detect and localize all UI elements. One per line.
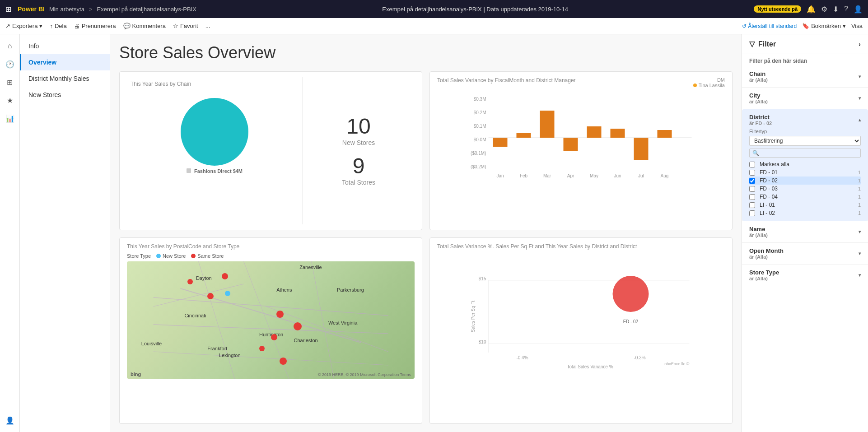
nav-item-overview[interactable]: Overview: [20, 54, 110, 70]
report-name[interactable]: Exempel på detaljhandelsanalys-PBIX: [97, 6, 196, 13]
li02-checkbox[interactable]: [749, 210, 755, 216]
bar-chart-svg: $0.3M $0.2M $0.1M $0.0M ($0.1M) ($0.2M) …: [437, 93, 725, 183]
kpi-total-stores: 9 Total Stores: [342, 155, 375, 186]
store-dot-7[interactable]: [271, 334, 277, 340]
city-dayton: Dayton: [196, 275, 212, 281]
favorites-icon[interactable]: ★: [2, 92, 18, 108]
filter-group-name: Name är (Alla) ▾: [742, 221, 868, 243]
select-all-row: Markera alla: [749, 160, 861, 168]
comment-button[interactable]: 💬 Kommentera: [123, 23, 166, 29]
kpi-new-stores-number: 10: [342, 116, 375, 137]
store-dot-2[interactable]: [187, 279, 193, 284]
store-dot-5[interactable]: [276, 311, 284, 318]
recent-icon[interactable]: 🕐: [2, 56, 18, 72]
store-dot-4[interactable]: [207, 293, 214, 299]
fd03-count: 1: [858, 186, 861, 191]
search-icon: 🔍: [752, 150, 759, 156]
filter-group-name-header[interactable]: Name är (Alla) ▾: [749, 225, 861, 239]
favorite-button[interactable]: ☆ Favorit: [173, 23, 198, 29]
bookmarks-button[interactable]: 🔖 Bokmärken ▾: [802, 23, 846, 29]
help-icon[interactable]: ?: [844, 5, 848, 13]
district-search-input[interactable]: [759, 150, 858, 156]
city-chevron-icon: ▾: [859, 96, 861, 101]
city-parkersburg: Parkersburg: [337, 287, 364, 293]
export-button[interactable]: ↗ Exportera ▾: [5, 23, 42, 29]
scatter-y-label: Sales Per Sq Ft: [471, 300, 476, 332]
city-frankfort: Frankfort: [207, 346, 227, 351]
city-athens: Athens: [276, 287, 292, 293]
apps-icon[interactable]: ⊞: [2, 74, 18, 90]
filter-group-open-month-header[interactable]: Open Month är (Alla) ▾: [749, 246, 861, 260]
share-icon: ↑: [50, 23, 53, 29]
map-background[interactable]: Zanesville Dayton Athens Parkersburg Cin…: [127, 261, 415, 379]
li01-checkbox[interactable]: [749, 202, 755, 208]
city-cincinnati: Cincinnati: [184, 313, 206, 318]
export-chevron: ▾: [39, 23, 42, 29]
filter-panel-subtitle: Filter på den här sidan: [742, 54, 868, 66]
scatter-card: Total Sales Variance %. Sales Per Sq Ft …: [429, 237, 733, 424]
account-icon[interactable]: 👤: [854, 5, 863, 14]
download-icon[interactable]: ⬇: [833, 5, 839, 14]
scatter-dot-fd02: [613, 276, 649, 312]
svg-text:$0.2M: $0.2M: [474, 110, 486, 115]
city-charleston: Charleston: [294, 338, 317, 343]
filter-group-chain-header[interactable]: Chain är (Alla) ▾: [749, 70, 861, 84]
filter-group-city-header[interactable]: City är (Alla) ▾: [749, 91, 861, 105]
workspace-link[interactable]: Min arbetsyta: [49, 6, 84, 13]
chain-chevron-icon: ▾: [859, 74, 861, 79]
filter-close-icon[interactable]: ›: [859, 41, 861, 48]
main-layout: ⌂ 🕐 ⊞ ★ 📊 👤 Info Overview District Month…: [0, 34, 868, 432]
store-dot-3[interactable]: [225, 291, 230, 296]
more-button[interactable]: ...: [205, 23, 210, 29]
store-dot-1[interactable]: [222, 273, 228, 279]
svg-text:$0.3M: $0.3M: [474, 97, 486, 102]
svg-text:May: May: [590, 173, 598, 178]
filter-open-month-sub: är (Alla): [749, 254, 784, 260]
page-title: Store Sales Overview: [119, 43, 733, 62]
filter-group-district-header[interactable]: District är FD - 02 ▴: [749, 113, 861, 127]
district-item-li02: LI - 02 1: [749, 209, 861, 217]
store-dot-8[interactable]: [280, 358, 287, 365]
li02-count: 1: [858, 210, 861, 216]
district-chevron-icon: ▴: [859, 117, 861, 122]
share-button[interactable]: ↑ Dela: [50, 23, 66, 29]
svg-rect-21: [658, 130, 672, 138]
kpi-panel: 10 New Stores 9 Total Stores: [333, 107, 384, 195]
map-copyright: © 2019 HERE, © 2019 Microsoft Corporatio…: [318, 372, 411, 377]
filter-group-store-type-header[interactable]: Store Type är (Alla) ▾: [749, 268, 861, 282]
view-button[interactable]: Visa: [851, 23, 863, 29]
filter-type-select[interactable]: Basfiltrering: [749, 136, 861, 146]
donut-kpi-card: This Year Sales by Chain Fashions Direct…: [119, 71, 422, 230]
print-button[interactable]: 🖨 Prenumerera: [74, 23, 116, 29]
nav-item-new-stores[interactable]: New Stores: [20, 87, 110, 103]
fd04-count: 1: [858, 194, 861, 200]
select-all-checkbox[interactable]: [749, 162, 755, 167]
svg-rect-19: [634, 138, 649, 160]
home-icon[interactable]: ⌂: [2, 38, 18, 54]
reset-button[interactable]: ↺ Återställ till standard: [742, 23, 797, 29]
settings-icon[interactable]: ⚙: [821, 5, 827, 14]
store-dot-9[interactable]: [259, 346, 265, 351]
fd04-checkbox[interactable]: [749, 194, 755, 200]
fd01-checkbox[interactable]: [749, 170, 755, 176]
fd03-checkbox[interactable]: [749, 186, 755, 192]
new-look-toggle[interactable]: Nytt utseende på: [754, 5, 801, 13]
toolbar: ↗ Exportera ▾ ↑ Dela 🖨 Prenumerera 💬 Kom…: [0, 18, 868, 34]
donut-circle: [181, 98, 248, 166]
filter-group-city: City är (Alla) ▾: [742, 88, 868, 109]
district-item-li01: LI - 01 1: [749, 201, 861, 209]
fd02-checkbox[interactable]: [749, 178, 755, 184]
nav-item-district-monthly-sales[interactable]: District Monthly Sales: [20, 70, 110, 87]
filter-chain-label: Chain: [749, 70, 768, 77]
app-logo: Power BI: [18, 5, 45, 13]
toolbar-right: ↺ Återställ till standard 🔖 Bokmärken ▾ …: [742, 23, 863, 29]
nav-item-info[interactable]: Info: [20, 38, 110, 54]
notification-icon[interactable]: 🔔: [807, 5, 816, 14]
fd02-label: FD - 02: [760, 177, 778, 184]
filter-title: Filter: [758, 40, 776, 48]
svg-text:$10: $10: [479, 339, 486, 344]
reports-icon[interactable]: 📊: [2, 110, 18, 126]
waffle-menu[interactable]: ⊞: [5, 5, 11, 14]
user-icon[interactable]: 👤: [2, 412, 18, 428]
svg-text:($0.1M): ($0.1M): [471, 151, 486, 156]
